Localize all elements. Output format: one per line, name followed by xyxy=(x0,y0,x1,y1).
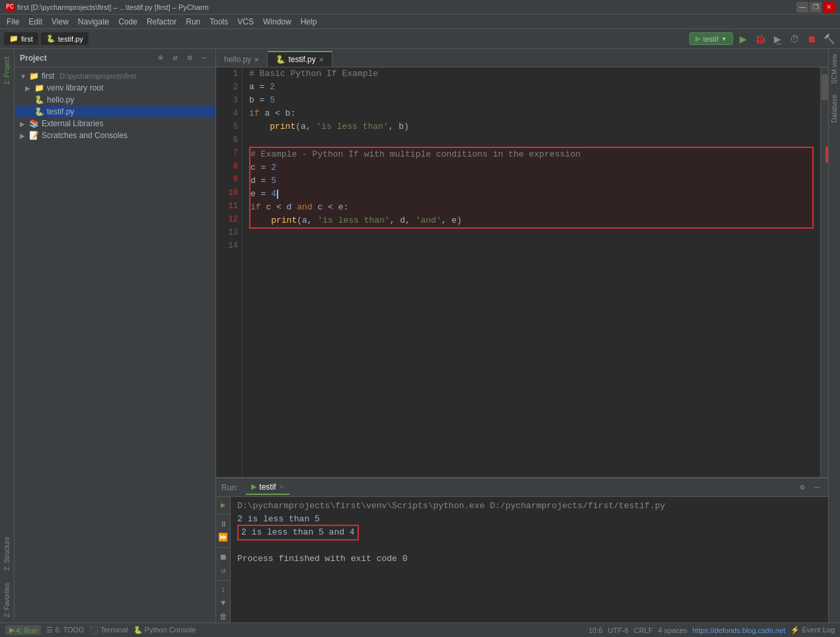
panel-settings-icon[interactable]: ⚙ xyxy=(184,52,196,64)
left-panel-favorites[interactable]: 2: Favorites xyxy=(2,578,12,622)
bottom-content: ▶ ⏸ ⏩ ⏹ ↺ ↕ ▼ 🗑 D:\pycharmprojects\first… xyxy=(216,497,828,622)
run-button[interactable]: ▶ xyxy=(736,32,750,46)
line12-indent xyxy=(250,214,271,227)
close-testif-tab[interactable]: ✕ xyxy=(319,56,324,63)
menu-run[interactable]: Run xyxy=(182,16,204,28)
bottom-tab-testif[interactable]: ▶ testif ✕ xyxy=(246,480,289,495)
toolbar-tab-testif[interactable]: 🐍 testif.py xyxy=(41,32,89,45)
run-settings-close[interactable]: — xyxy=(811,482,823,494)
tree-label-hello: hello.py xyxy=(47,95,74,104)
status-run-label: 4: Run xyxy=(16,626,37,634)
run-settings-gear[interactable]: ⚙ xyxy=(796,482,808,494)
toolbar-right: ▶ testif ▼ ▶ 🐞 ▶̲ ⏱ ⏹ 🔨 xyxy=(689,32,836,46)
restore-button[interactable]: ❐ xyxy=(810,2,821,13)
ln-7: 7 xyxy=(220,147,238,160)
hello-tab-label: hello.py xyxy=(224,55,251,64)
code-line-1: # Basic Python If Example xyxy=(249,67,814,81)
highlight-block: # Example - Python If with multiple cond… xyxy=(249,147,814,229)
toolbar-tab-testif-label: testif.py xyxy=(58,35,83,43)
status-run-button[interactable]: ▶ 4: Run xyxy=(5,625,41,635)
close-run-tab[interactable]: ✕ xyxy=(279,483,284,490)
debug-button[interactable]: 🐞 xyxy=(753,32,767,46)
ln-5: 5 xyxy=(220,120,238,133)
tree-label-external: External Libraries xyxy=(42,119,103,128)
run-stop-icon[interactable]: ⏹ xyxy=(217,552,229,562)
menu-file[interactable]: File xyxy=(3,16,23,28)
close-hello-tab[interactable]: ✕ xyxy=(254,56,259,63)
tree-item-first[interactable]: ▼ 📁 first D:\pycharmprojects\first xyxy=(15,70,215,82)
right-label-scm[interactable]: SCM view xyxy=(829,49,839,89)
status-event-log[interactable]: ⚡ Event Log xyxy=(790,626,835,634)
run-resume-icon[interactable]: ⏩ xyxy=(217,533,229,543)
panel-sync-icon[interactable]: ⇄ xyxy=(169,52,181,64)
ln-8: 8 xyxy=(220,160,238,173)
minimize-button[interactable]: — xyxy=(796,2,808,13)
project-tree: ▼ 📁 first D:\pycharmprojects\first ▶ 📁 v… xyxy=(15,67,215,622)
tree-item-venv[interactable]: ▶ 📁 venv library root xyxy=(15,82,215,94)
run-trash-icon[interactable]: 🗑 xyxy=(217,612,229,622)
window-controls: — ❐ ✕ xyxy=(796,2,835,13)
output-line-blank xyxy=(237,539,821,552)
panel-add-icon[interactable]: ⊕ xyxy=(155,52,167,64)
tree-item-scratches[interactable]: ▶ 📝 Scratches and Consoles xyxy=(15,130,215,141)
editor-tab-hello[interactable]: hello.py ✕ xyxy=(216,52,268,67)
status-right: 10:6 UTF-8 CRLF 4 spaces https://defonds… xyxy=(588,626,835,634)
toolbar: 📁 first 🐍 testif.py ▶ testif ▼ ▶ 🐞 ▶̲ ⏱ … xyxy=(0,29,840,49)
status-link[interactable]: https://defonds.blog.csdn.net xyxy=(693,626,786,634)
title-bar: PC first [D:\pycharmprojects\first] – ..… xyxy=(0,0,840,15)
menu-window[interactable]: Window xyxy=(259,16,295,28)
run-left-icons: ▶ ⏸ ⏩ ⏹ ↺ ↕ ▼ 🗑 xyxy=(216,497,231,622)
menu-help[interactable]: Help xyxy=(297,16,321,28)
menu-tools[interactable]: Tools xyxy=(206,16,232,28)
tree-item-external-libs[interactable]: ▶ 📚 External Libraries xyxy=(15,118,215,130)
code-line-2: a = 2 xyxy=(249,81,814,94)
menu-vcs[interactable]: VCS xyxy=(233,16,258,28)
run-scroll-icon[interactable]: ↕ xyxy=(217,585,229,595)
ln-2: 2 xyxy=(220,81,238,94)
library-icon: 📚 xyxy=(29,119,39,128)
code-content[interactable]: # Basic Python If Example a = 2 b = 5 if… xyxy=(243,67,820,477)
menu-code[interactable]: Code xyxy=(114,16,141,28)
profile-button[interactable]: ⏱ xyxy=(787,32,802,46)
editor-tab-testif[interactable]: 🐍 testif.py ✕ xyxy=(268,51,332,67)
close-button[interactable]: ✕ xyxy=(823,2,835,13)
tree-item-testif[interactable]: 🐍 testif.py xyxy=(15,106,215,118)
status-todo[interactable]: ☰ 6: TODO xyxy=(46,626,84,634)
output-path-text: D:\pycharmprojects\first\venv\Scripts\py… xyxy=(237,500,666,513)
code-line-14 xyxy=(249,242,814,255)
project-panel-title: Project xyxy=(20,54,152,63)
run-configuration[interactable]: ▶ testif ▼ xyxy=(689,32,733,45)
output-line-path: D:\pycharmprojects\first\venv\Scripts\py… xyxy=(237,500,821,513)
left-panel-structure[interactable]: 2: Structure xyxy=(2,531,12,576)
ln-10: 10 xyxy=(220,186,238,200)
menu-edit[interactable]: Edit xyxy=(24,16,46,28)
build-button[interactable]: 🔨 xyxy=(821,32,836,46)
right-label-database[interactable]: Database xyxy=(829,89,839,128)
menu-navigate[interactable]: Navigate xyxy=(74,16,113,28)
left-panel-project[interactable]: 1: Project xyxy=(2,52,12,90)
tree-item-hello[interactable]: 🐍 hello.py xyxy=(15,94,215,106)
run-rerun-icon[interactable]: ↺ xyxy=(217,565,229,576)
line2-text: a = xyxy=(249,81,270,94)
panel-minimize-icon[interactable]: — xyxy=(198,52,210,64)
editor-scrollbar[interactable] xyxy=(820,67,828,477)
scrollbar-thumb[interactable] xyxy=(821,74,828,100)
toolbar-tab-first[interactable]: 📁 first xyxy=(4,32,38,45)
menu-refactor[interactable]: Refactor xyxy=(143,16,180,28)
status-indent: 4 spaces xyxy=(658,626,687,634)
status-python-console[interactable]: 🐍 Python Console xyxy=(134,626,196,634)
run-play-icon[interactable]: ▶ xyxy=(217,500,229,510)
menu-view[interactable]: View xyxy=(48,16,73,28)
run-filter-icon[interactable]: ▼ xyxy=(217,598,229,609)
main-layout: 1: Project 2: Structure 2: Favorites Pro… xyxy=(0,49,840,622)
status-terminal[interactable]: ⬛ Terminal xyxy=(89,626,128,634)
code-line-5: print(a, 'is less than', b) xyxy=(249,120,814,133)
stop-button[interactable]: ⏹ xyxy=(804,32,819,46)
run-pause-icon[interactable]: ⏸ xyxy=(217,519,229,529)
output-line-1: 2 is less than 5 xyxy=(237,513,821,526)
project-panel: Project ⊕ ⇄ ⚙ — ▼ 📁 first D:\pycharmproj… xyxy=(15,49,216,622)
coverage-button[interactable]: ▶̲ xyxy=(770,32,784,46)
tree-label-venv: venv library root xyxy=(47,83,103,93)
code-editor[interactable]: 1 2 3 4 5 6 7 8 9 10 11 12 13 14 # Basic… xyxy=(216,67,828,477)
code-line-3: b = 5 xyxy=(249,94,814,107)
